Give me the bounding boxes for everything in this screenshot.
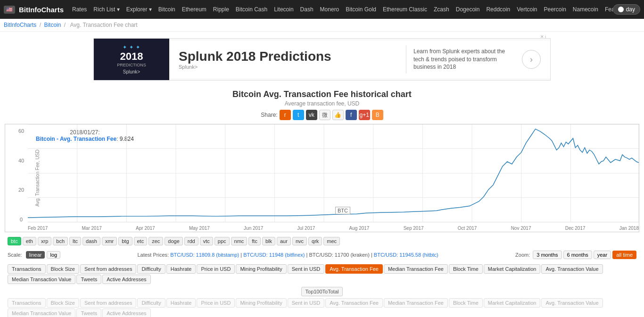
nav-peercoin[interactable]: Peercoin <box>541 6 569 13</box>
coin-nvc[interactable]: nvc <box>292 237 307 245</box>
price-bitfinex[interactable]: BTC/USD: 11948 (bitfinex) <box>243 252 305 258</box>
day-toggle[interactable]: day <box>613 4 640 15</box>
tab-active-addr[interactable]: Active Addresses <box>102 275 150 284</box>
tab2-avg-tx-val[interactable]: Avg. Transaction Value <box>541 298 603 308</box>
tab-top100[interactable]: Top100ToTotal <box>301 287 343 296</box>
logo[interactable]: BitInfoCharts <box>19 6 64 14</box>
coin-xrp[interactable]: xrp <box>38 237 51 245</box>
nav-dash[interactable]: Dash <box>297 6 316 13</box>
coin-mec[interactable]: mec <box>323 237 340 245</box>
coin-vtc[interactable]: vtc <box>200 237 213 245</box>
tab-difficulty[interactable]: Difficulty <box>137 264 165 274</box>
tab-market-cap[interactable]: Market Capitalization <box>484 264 541 274</box>
tab2-market-cap[interactable]: Market Capitalization <box>484 298 541 308</box>
coin-btc[interactable]: btc <box>8 237 21 245</box>
share-reddit[interactable]: r <box>280 110 291 120</box>
tab2-sent-usd[interactable]: Sent in USD <box>288 298 325 308</box>
share-facebook[interactable]: f <box>346 110 357 120</box>
scale-linear[interactable]: linear <box>26 251 45 259</box>
nav-litecoin[interactable]: Litecoin <box>271 6 296 13</box>
tab2-median-tx-fee[interactable]: Median Transaction Fee <box>384 298 448 308</box>
coin-etc[interactable]: etc <box>134 237 148 245</box>
coin-dash[interactable]: dash <box>83 237 100 245</box>
tab-avg-tx-val[interactable]: Avg. Transaction Value <box>541 264 603 274</box>
breadcrumb-home[interactable]: BitInfoCharts <box>4 22 36 28</box>
tab-block-time[interactable]: Block Time <box>449 264 483 274</box>
price-section: Latest Prices: BTC/USD: 11809.8 (bitstam… <box>62 252 513 258</box>
nav-bitcoin[interactable]: Bitcoin <box>156 6 178 13</box>
price-hitbtc[interactable]: BTC/USD: 11945.58 (hitbtc) <box>374 252 438 258</box>
coin-ltc[interactable]: ltc <box>69 237 81 245</box>
share-googleplus[interactable]: g+1 <box>359 110 370 120</box>
tab2-price-usd[interactable]: Price in USD <box>197 298 235 308</box>
tab-block-size[interactable]: Block Size <box>47 264 79 274</box>
coin-eth[interactable]: eth <box>23 237 36 245</box>
nav-reddcoin[interactable]: Reddcoin <box>483 6 513 13</box>
tab-hashrate[interactable]: Hashrate <box>166 264 196 274</box>
coin-ftc[interactable]: ftc <box>248 237 261 245</box>
nav-explorer[interactable]: Explorer ▾ <box>124 6 155 13</box>
nav-namecoin[interactable]: Namecoin <box>570 6 601 13</box>
share-vk[interactable]: vk <box>306 110 317 120</box>
tab2-block-size[interactable]: Block Size <box>47 298 79 308</box>
tab-avg-tx-fee[interactable]: Avg. Transaction Fee <box>325 264 383 274</box>
chart-svg <box>28 124 639 222</box>
zoom-6m[interactable]: 6 months <box>563 251 592 259</box>
ad-arrow[interactable]: › <box>522 50 541 69</box>
price-kraken[interactable]: BTC/USD: 11700 (kraken) <box>309 252 369 258</box>
coin-blk[interactable]: blk <box>262 237 275 245</box>
nav-bitcoin-gold[interactable]: Bitcoin Gold <box>343 6 379 13</box>
breadcrumb-coin[interactable]: Bitcoin <box>44 22 61 28</box>
tab2-sent-from[interactable]: Sent from addresses <box>80 298 137 308</box>
nav-feathercoin[interactable]: Feathercoin <box>602 6 613 13</box>
nav-richlist[interactable]: Rich List ▾ <box>91 6 122 13</box>
tab-transactions[interactable]: Transactions <box>8 264 46 274</box>
coin-nmc[interactable]: nmc <box>231 237 248 245</box>
tab2-mining-prof[interactable]: Mining Profitability <box>236 298 286 308</box>
tab-median-tx-fee[interactable]: Median Transaction Fee <box>384 264 448 274</box>
nav-bitcoin-cash[interactable]: Bitcoin Cash <box>233 6 270 13</box>
tab-mining-prof[interactable]: Mining Profitability <box>236 264 286 274</box>
zoom-3m[interactable]: 3 months <box>533 251 561 259</box>
coin-rdd[interactable]: rdd <box>184 237 198 245</box>
tab2-tweets[interactable]: Tweets <box>76 309 101 317</box>
nav-monero[interactable]: Monero <box>317 6 342 13</box>
price-bitstamp[interactable]: BTC/USD: 11809.8 (bitstamp) <box>170 252 239 258</box>
ad-banner[interactable]: ✦ ✦ ✦ 2018 PREDICTIONS Splunk> Splunk 20… <box>93 38 551 81</box>
share-blogger[interactable]: B <box>372 110 383 120</box>
share-thumbsup[interactable]: 👍 <box>332 110 344 120</box>
nav-ethereum-classic[interactable]: Ethereum Classic <box>380 6 430 13</box>
coin-zec[interactable]: zec <box>149 237 163 245</box>
coin-bch[interactable]: bch <box>53 237 68 245</box>
tab-median-tx-val[interactable]: Median Transaction Value <box>8 275 75 284</box>
zoom-all[interactable]: all time <box>612 251 636 259</box>
nav-dogecoin[interactable]: Dogecoin <box>453 6 483 13</box>
tab-sent-from[interactable]: Sent from addresses <box>80 264 137 274</box>
tab2-transactions[interactable]: Transactions <box>8 298 46 308</box>
tab2-block-time[interactable]: Block Time <box>449 298 483 308</box>
flag-icon[interactable]: 🇺🇸 <box>4 6 15 14</box>
nav-ripple[interactable]: Ripple <box>210 6 232 13</box>
nav-vertcoin[interactable]: Vertcoin <box>514 6 540 13</box>
coin-aur[interactable]: aur <box>277 237 291 245</box>
tab-sent-usd[interactable]: Sent in USD <box>288 264 325 274</box>
tab2-active-addr[interactable]: Active Addresses <box>102 309 150 317</box>
coin-qrk[interactable]: qrk <box>308 237 322 245</box>
coin-xmr[interactable]: xmr <box>102 237 117 245</box>
nav-rates[interactable]: Rates <box>69 6 90 13</box>
tab2-avg-tx-fee[interactable]: Avg. Transaction Fee <box>325 298 383 308</box>
tab-price-usd[interactable]: Price in USD <box>197 264 235 274</box>
scale-log[interactable]: log <box>47 251 60 259</box>
nav-ethereum[interactable]: Ethereum <box>179 6 209 13</box>
coin-ppc[interactable]: ppc <box>215 237 230 245</box>
coin-btg[interactable]: btg <box>118 237 132 245</box>
tab-tweets[interactable]: Tweets <box>76 275 101 284</box>
nav-zcash[interactable]: Zcash <box>431 6 452 13</box>
share-twitter[interactable]: t <box>293 110 304 120</box>
share-weibo[interactable]: 微 <box>319 110 330 120</box>
tab2-hashrate[interactable]: Hashrate <box>166 298 196 308</box>
tab2-median-tx-val[interactable]: Median Transaction Value <box>8 309 75 317</box>
tab2-difficulty[interactable]: Difficulty <box>137 298 165 308</box>
coin-doge[interactable]: doge <box>165 237 182 245</box>
zoom-1y[interactable]: year <box>594 251 611 259</box>
